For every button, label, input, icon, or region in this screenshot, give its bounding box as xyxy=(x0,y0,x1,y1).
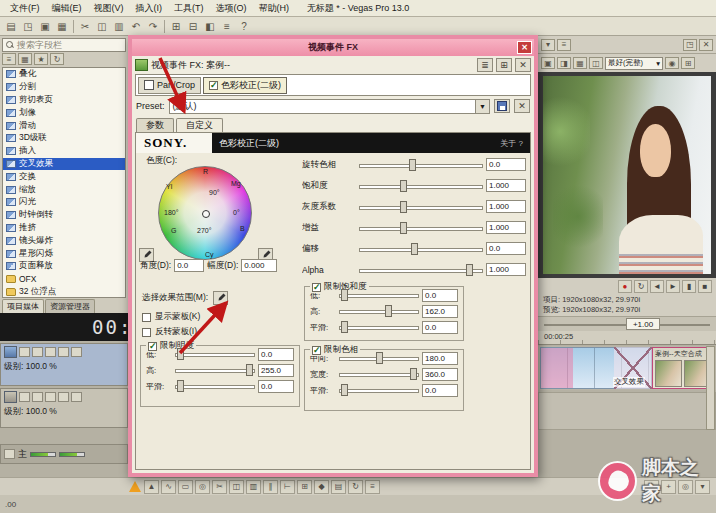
whats-this-icon[interactable]: ? xyxy=(236,19,252,34)
mixer-icon[interactable]: ≡ xyxy=(365,480,380,494)
hue-smooth-value[interactable]: 0.0 xyxy=(422,384,458,397)
show-mask-checkbox[interactable] xyxy=(142,313,151,322)
loop-playback-icon[interactable]: ↻ xyxy=(634,280,648,293)
transition-item[interactable]: 页面释放 xyxy=(3,260,125,273)
plugin-chain-icon[interactable]: ≣ xyxy=(477,58,493,72)
wheel-handle[interactable] xyxy=(202,210,210,218)
float-window-icon[interactable]: ◳ xyxy=(683,39,697,51)
fx-button[interactable] xyxy=(45,392,56,402)
preset-select[interactable]: (默认) ▼ xyxy=(169,99,490,114)
limit-saturation-checkbox[interactable] xyxy=(312,283,321,292)
menu-view[interactable]: 视图(V) xyxy=(88,1,130,16)
preview-quality-select[interactable]: 最好(完整)▾ xyxy=(605,57,663,70)
timeline-track-2[interactable] xyxy=(538,392,716,430)
split-event-icon[interactable]: ∥ xyxy=(263,480,278,494)
luma-smooth-slider[interactable] xyxy=(175,379,255,393)
snap-toggle-icon[interactable]: ⊞ xyxy=(297,480,312,494)
sat-low-value[interactable]: 0.0 xyxy=(422,289,458,302)
automation-button[interactable] xyxy=(58,392,69,402)
pause-icon[interactable]: ▮ xyxy=(682,280,696,293)
sat-high-slider[interactable] xyxy=(339,304,419,318)
undo-icon[interactable]: ↶ xyxy=(128,19,144,34)
selection-tool-icon[interactable]: ▭ xyxy=(178,480,193,494)
magnitude-value[interactable]: 0.000 xyxy=(241,259,277,272)
color-wheel[interactable]: R Mg B Cy G Yl 90° 180° 0° 270° xyxy=(158,166,252,260)
menu-file[interactable]: 文件(F) xyxy=(4,1,46,16)
transition-item[interactable]: 划像 xyxy=(3,106,125,119)
hue-center-slider[interactable] xyxy=(339,351,419,365)
track-header-1[interactable]: 级别: 100.0 % xyxy=(0,343,128,386)
sat-smooth-value[interactable]: 0.0 xyxy=(422,321,458,334)
split-screen-icon[interactable]: ◫ xyxy=(589,57,603,69)
mute-button[interactable] xyxy=(19,392,30,402)
rotate-hue-slider[interactable] xyxy=(359,158,483,172)
menu-options[interactable]: 选项(O) xyxy=(210,1,253,16)
copy-event-icon[interactable]: ◫ xyxy=(229,480,244,494)
project-properties-icon[interactable]: ▦ xyxy=(54,19,70,34)
alpha-value[interactable]: 1.000 xyxy=(486,263,526,276)
remove-plugin-icon[interactable]: ✕ xyxy=(515,58,531,72)
event-grouping-icon[interactable]: ≡ xyxy=(219,19,235,34)
paste-icon[interactable]: ▥ xyxy=(111,19,127,34)
bypass-button[interactable] xyxy=(71,347,82,357)
transition-item[interactable]: 推挤 xyxy=(3,222,125,235)
luma-smooth-value[interactable]: 0.0 xyxy=(258,380,294,393)
transition-item[interactable]: 闪光 xyxy=(3,196,125,209)
play-from-start-icon[interactable]: ◄ xyxy=(650,280,664,293)
search-input[interactable]: 搜索字段栏 xyxy=(2,38,126,52)
master-bus-track[interactable]: 主 xyxy=(0,444,128,464)
save-preset-icon[interactable] xyxy=(494,99,510,113)
menu-insert[interactable]: 插入(I) xyxy=(130,1,169,16)
folder-item-32float[interactable]: 32 位浮点 xyxy=(3,286,125,298)
sat-smooth-slider[interactable] xyxy=(339,320,419,334)
record-icon[interactable]: ● xyxy=(618,280,632,293)
marker-icon[interactable]: ◆ xyxy=(314,480,329,494)
tab-parameters[interactable]: 参数 xyxy=(136,118,174,132)
hue-smooth-slider[interactable] xyxy=(339,383,419,397)
snapshot-icon[interactable]: ◉ xyxy=(665,57,679,69)
transition-item[interactable]: 星形闪烁 xyxy=(3,247,125,260)
sat-high-value[interactable]: 162.0 xyxy=(422,305,458,318)
luma-low-slider[interactable] xyxy=(175,347,255,361)
case-clip[interactable]: 案例--天空合成 xyxy=(652,347,714,389)
copy-icon[interactable]: ◫ xyxy=(94,19,110,34)
select-range-eyedropper-icon[interactable] xyxy=(213,291,228,305)
hue-center-value[interactable]: 180.0 xyxy=(422,352,458,365)
video-fx-icon[interactable]: ▦ xyxy=(573,57,587,69)
transition-item[interactable]: 镜头爆炸 xyxy=(3,234,125,247)
envelope-tool-icon[interactable]: ∿ xyxy=(161,480,176,494)
close-panel-icon[interactable]: ✕ xyxy=(699,39,713,51)
open-project-icon[interactable]: ◳ xyxy=(20,19,36,34)
close-icon[interactable]: ✕ xyxy=(517,41,532,54)
solo-button[interactable] xyxy=(32,347,43,357)
rotate-hue-value[interactable]: 0.0 xyxy=(486,158,526,171)
dialog-titlebar[interactable]: 视频事件 FX ✕ xyxy=(132,39,534,56)
transition-item[interactable]: 交换 xyxy=(3,170,125,183)
folder-item-ofx[interactable]: OFX xyxy=(3,273,125,286)
save-project-icon[interactable]: ▣ xyxy=(37,19,53,34)
angle-value[interactable]: 0.0 xyxy=(174,259,204,272)
gain-value[interactable]: 1.000 xyxy=(486,221,526,234)
luma-high-value[interactable]: 255.0 xyxy=(258,364,294,377)
automation-button[interactable] xyxy=(58,347,69,357)
transition-item[interactable]: 剪切表页 xyxy=(3,94,125,107)
delete-preset-icon[interactable]: ✕ xyxy=(514,99,530,113)
mute-button[interactable] xyxy=(19,347,30,357)
thumb-view-icon[interactable]: ▦ xyxy=(18,53,32,65)
gain-slider[interactable] xyxy=(359,221,483,235)
paste-event-icon[interactable]: ▥ xyxy=(246,480,261,494)
transition-item-selected[interactable]: 交叉效果 xyxy=(3,158,125,171)
loop-region-icon[interactable]: ↻ xyxy=(348,480,363,494)
menu-tools[interactable]: 工具(T) xyxy=(168,1,210,16)
about-link[interactable]: 关于 ? xyxy=(500,138,523,149)
hue-width-slider[interactable] xyxy=(339,367,419,381)
copy-frame-icon[interactable]: ⊞ xyxy=(681,57,695,69)
plugin-enabled-checkbox[interactable] xyxy=(209,81,218,90)
sat-low-slider[interactable] xyxy=(339,288,419,302)
cut-icon[interactable]: ✂ xyxy=(77,19,93,34)
favorites-icon[interactable]: ★ xyxy=(34,53,48,65)
redo-icon[interactable]: ↷ xyxy=(145,19,161,34)
dock-pin-icon[interactable]: ▾ xyxy=(541,39,555,51)
lock-envelopes-icon[interactable]: ◧ xyxy=(202,19,218,34)
timeline-ruler[interactable]: 00:00:25 xyxy=(538,331,716,345)
